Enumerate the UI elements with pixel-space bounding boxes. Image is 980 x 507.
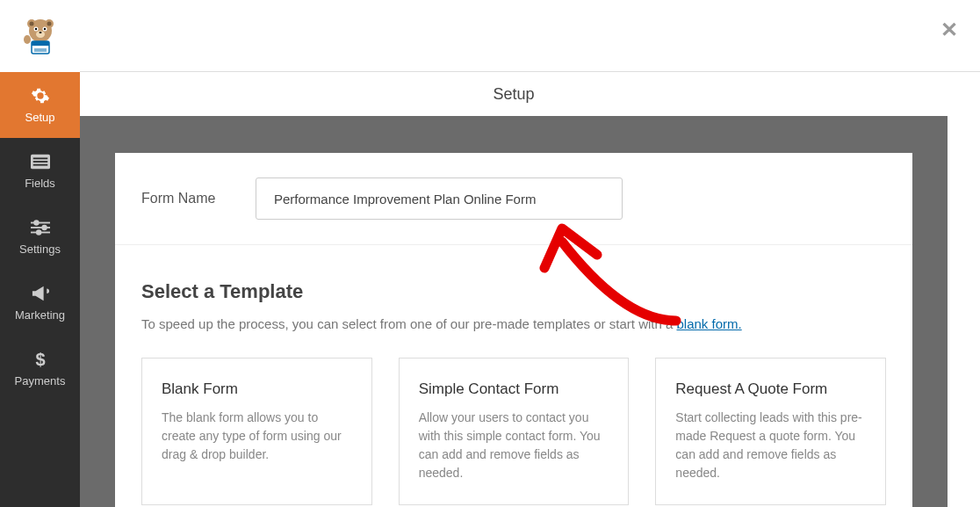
form-name-row: Form Name xyxy=(115,153,912,245)
sidebar-item-payments[interactable]: $ Payments xyxy=(0,336,80,402)
svg-point-3 xyxy=(29,22,33,26)
sliders-icon xyxy=(31,218,50,237)
sidebar-item-fields[interactable]: Fields xyxy=(0,138,80,204)
bear-logo-icon xyxy=(19,15,61,57)
template-subtext-before: To speed up the process, you can select … xyxy=(141,316,676,331)
sidebar-item-label: Marketing xyxy=(15,308,65,322)
content-card: Form Name Select a Template To speed up … xyxy=(115,153,912,507)
svg-point-11 xyxy=(24,35,31,44)
template-card-desc: Allow your users to contact you with thi… xyxy=(419,409,609,482)
form-icon xyxy=(31,152,50,171)
template-card-request-quote[interactable]: Request A Quote Form Start collecting le… xyxy=(655,358,886,505)
sidebar-item-label: Settings xyxy=(19,243,61,256)
svg-point-25 xyxy=(36,230,40,235)
svg-rect-19 xyxy=(32,164,47,166)
sidebar-item-settings[interactable]: Settings xyxy=(0,204,80,270)
megaphone-icon xyxy=(31,284,50,303)
template-card-desc: The blank form allows you to create any … xyxy=(162,409,352,464)
sidebar-item-label: Payments xyxy=(15,374,66,387)
template-grid: Blank Form The blank form allows you to … xyxy=(141,358,886,505)
svg-text:$: $ xyxy=(35,350,45,369)
page-title-bar: Setup xyxy=(80,72,948,116)
sidebar-item-marketing[interactable]: Marketing xyxy=(0,270,80,336)
template-heading: Select a Template xyxy=(141,280,886,303)
template-card-desc: Start collecting leads with this pre-mad… xyxy=(675,409,866,482)
svg-rect-17 xyxy=(32,157,47,159)
sidebar: Setup Fields Settings Marketing $ Paymen… xyxy=(0,0,80,507)
svg-point-8 xyxy=(43,28,45,30)
top-bar xyxy=(80,0,980,72)
blank-form-link[interactable]: blank form. xyxy=(676,316,741,331)
svg-point-4 xyxy=(47,22,51,26)
svg-point-7 xyxy=(34,28,36,30)
svg-point-10 xyxy=(39,32,41,33)
template-card-title: Blank Form xyxy=(162,380,352,398)
sidebar-item-label: Setup xyxy=(25,111,55,124)
svg-point-23 xyxy=(42,226,47,230)
template-card-blank[interactable]: Blank Form The blank form allows you to … xyxy=(141,358,372,505)
close-button[interactable]: ✕ xyxy=(940,18,958,42)
svg-rect-18 xyxy=(32,161,47,163)
form-name-input[interactable] xyxy=(256,177,623,220)
sidebar-item-setup[interactable]: Setup xyxy=(0,72,80,138)
template-subtext: To speed up the process, you can select … xyxy=(141,316,886,331)
template-section: Select a Template To speed up the proces… xyxy=(115,245,912,505)
template-card-title: Simple Contact Form xyxy=(419,380,609,398)
dollar-icon: $ xyxy=(31,350,50,369)
template-card-simple-contact[interactable]: Simple Contact Form Allow your users to … xyxy=(399,358,630,505)
gear-icon xyxy=(31,86,50,105)
sidebar-item-label: Fields xyxy=(25,177,55,190)
svg-rect-13 xyxy=(32,41,49,46)
content-area: Form Name Select a Template To speed up … xyxy=(80,72,948,507)
template-card-title: Request A Quote Form xyxy=(675,380,866,398)
logo xyxy=(0,0,80,72)
form-name-label: Form Name xyxy=(141,191,256,206)
svg-point-21 xyxy=(34,221,39,225)
page-title: Setup xyxy=(493,85,534,104)
